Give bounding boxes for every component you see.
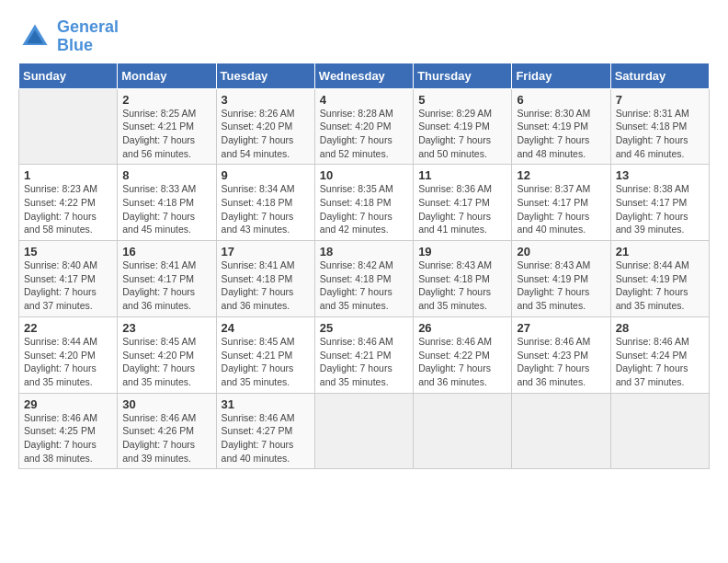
day-number: 7 (616, 93, 704, 107)
day-info: Sunrise: 8:44 AMSunset: 4:20 PMDaylight:… (24, 335, 112, 389)
day-info: Sunrise: 8:45 AMSunset: 4:21 PMDaylight:… (222, 335, 310, 389)
calendar-cell: 25Sunrise: 8:46 AMSunset: 4:21 PMDayligh… (314, 316, 413, 393)
calendar-cell: 7Sunrise: 8:31 AMSunset: 4:18 PMDaylight… (610, 88, 709, 165)
calendar-week-row: 22Sunrise: 8:44 AMSunset: 4:20 PMDayligh… (19, 316, 710, 393)
day-number: 15 (24, 245, 112, 259)
day-header-saturday: Saturday (610, 63, 709, 88)
day-info: Sunrise: 8:23 AMSunset: 4:22 PMDaylight:… (24, 182, 112, 236)
calendar-cell: 22Sunrise: 8:44 AMSunset: 4:20 PMDayligh… (19, 316, 118, 393)
day-number: 18 (320, 245, 408, 259)
day-number: 25 (320, 321, 408, 335)
day-number: 5 (418, 93, 506, 107)
calendar-week-row: 2Sunrise: 8:25 AMSunset: 4:21 PMDaylight… (19, 88, 710, 165)
day-number: 24 (222, 321, 310, 335)
day-number: 22 (24, 321, 112, 335)
calendar-cell: 28Sunrise: 8:46 AMSunset: 4:24 PMDayligh… (610, 316, 709, 393)
calendar-cell: 4Sunrise: 8:28 AMSunset: 4:20 PMDaylight… (314, 88, 413, 165)
day-info: Sunrise: 8:25 AMSunset: 4:21 PMDaylight:… (122, 107, 210, 161)
day-number: 2 (122, 93, 210, 107)
day-number: 11 (418, 168, 506, 182)
day-info: Sunrise: 8:45 AMSunset: 4:20 PMDaylight:… (122, 335, 210, 389)
day-info: Sunrise: 8:38 AMSunset: 4:17 PMDaylight:… (616, 182, 704, 236)
calendar-cell: 27Sunrise: 8:46 AMSunset: 4:23 PMDayligh… (512, 316, 610, 393)
day-header-monday: Monday (118, 63, 216, 88)
day-header-sunday: Sunday (19, 63, 118, 88)
day-info: Sunrise: 8:46 AMSunset: 4:21 PMDaylight:… (320, 335, 408, 389)
calendar-body: 2Sunrise: 8:25 AMSunset: 4:21 PMDaylight… (19, 88, 710, 469)
logo: General Blue (18, 18, 119, 55)
day-info: Sunrise: 8:41 AMSunset: 4:17 PMDaylight:… (122, 259, 210, 313)
day-info: Sunrise: 8:29 AMSunset: 4:19 PMDaylight:… (418, 107, 506, 161)
day-info: Sunrise: 8:44 AMSunset: 4:19 PMDaylight:… (616, 259, 704, 313)
day-number: 29 (24, 397, 112, 411)
calendar-week-row: 15Sunrise: 8:40 AMSunset: 4:17 PMDayligh… (19, 241, 710, 317)
calendar-cell: 12Sunrise: 8:37 AMSunset: 4:17 PMDayligh… (512, 165, 610, 241)
calendar-week-row: 1Sunrise: 8:23 AMSunset: 4:22 PMDaylight… (19, 165, 710, 241)
calendar-cell: 24Sunrise: 8:45 AMSunset: 4:21 PMDayligh… (216, 316, 314, 393)
day-info: Sunrise: 8:36 AMSunset: 4:17 PMDaylight:… (418, 182, 506, 236)
calendar-cell: 13Sunrise: 8:38 AMSunset: 4:17 PMDayligh… (610, 165, 709, 241)
day-info: Sunrise: 8:33 AMSunset: 4:18 PMDaylight:… (122, 182, 210, 236)
day-number: 13 (616, 168, 704, 182)
day-number: 6 (517, 93, 605, 107)
day-info: Sunrise: 8:40 AMSunset: 4:17 PMDaylight:… (24, 259, 112, 313)
calendar-cell: 30Sunrise: 8:46 AMSunset: 4:26 PMDayligh… (118, 393, 216, 469)
calendar-header-row: SundayMondayTuesdayWednesdayThursdayFrid… (19, 63, 710, 88)
day-number: 9 (222, 168, 310, 182)
calendar-cell: 15Sunrise: 8:40 AMSunset: 4:17 PMDayligh… (19, 241, 118, 317)
day-info: Sunrise: 8:28 AMSunset: 4:20 PMDaylight:… (320, 107, 408, 161)
day-info: Sunrise: 8:46 AMSunset: 4:26 PMDaylight:… (122, 411, 210, 465)
day-info: Sunrise: 8:34 AMSunset: 4:18 PMDaylight:… (222, 182, 310, 236)
day-info: Sunrise: 8:46 AMSunset: 4:22 PMDaylight:… (418, 335, 506, 389)
calendar-cell: 17Sunrise: 8:41 AMSunset: 4:18 PMDayligh… (216, 241, 314, 317)
day-info: Sunrise: 8:46 AMSunset: 4:23 PMDaylight:… (517, 335, 605, 389)
day-number: 30 (122, 397, 210, 411)
day-info: Sunrise: 8:43 AMSunset: 4:19 PMDaylight:… (517, 259, 605, 313)
calendar-cell: 1Sunrise: 8:23 AMSunset: 4:22 PMDaylight… (19, 165, 118, 241)
calendar-cell (19, 88, 118, 165)
day-info: Sunrise: 8:46 AMSunset: 4:25 PMDaylight:… (24, 411, 112, 465)
day-info: Sunrise: 8:37 AMSunset: 4:17 PMDaylight:… (517, 182, 605, 236)
day-number: 20 (517, 245, 605, 259)
day-number: 26 (418, 321, 506, 335)
calendar-cell: 8Sunrise: 8:33 AMSunset: 4:18 PMDaylight… (118, 165, 216, 241)
calendar-week-row: 29Sunrise: 8:46 AMSunset: 4:25 PMDayligh… (19, 393, 710, 469)
day-number: 12 (517, 168, 605, 182)
day-info: Sunrise: 8:46 AMSunset: 4:27 PMDaylight:… (222, 411, 310, 465)
calendar-cell: 23Sunrise: 8:45 AMSunset: 4:20 PMDayligh… (118, 316, 216, 393)
day-info: Sunrise: 8:43 AMSunset: 4:18 PMDaylight:… (418, 259, 506, 313)
day-info: Sunrise: 8:35 AMSunset: 4:18 PMDaylight:… (320, 182, 408, 236)
calendar-cell: 11Sunrise: 8:36 AMSunset: 4:17 PMDayligh… (414, 165, 512, 241)
day-number: 4 (320, 93, 408, 107)
day-number: 31 (222, 397, 310, 411)
day-header-friday: Friday (512, 63, 610, 88)
page-header: General Blue (18, 18, 710, 55)
calendar-cell: 31Sunrise: 8:46 AMSunset: 4:27 PMDayligh… (216, 393, 314, 469)
day-header-thursday: Thursday (414, 63, 512, 88)
day-number: 23 (122, 321, 210, 335)
calendar-cell: 5Sunrise: 8:29 AMSunset: 4:19 PMDaylight… (414, 88, 512, 165)
calendar-cell: 6Sunrise: 8:30 AMSunset: 4:19 PMDaylight… (512, 88, 610, 165)
day-number: 8 (122, 168, 210, 182)
calendar-cell: 16Sunrise: 8:41 AMSunset: 4:17 PMDayligh… (118, 241, 216, 317)
calendar-cell: 18Sunrise: 8:42 AMSunset: 4:18 PMDayligh… (314, 241, 413, 317)
day-info: Sunrise: 8:41 AMSunset: 4:18 PMDaylight:… (222, 259, 310, 313)
calendar-cell: 9Sunrise: 8:34 AMSunset: 4:18 PMDaylight… (216, 165, 314, 241)
day-number: 10 (320, 168, 408, 182)
day-number: 19 (418, 245, 506, 259)
calendar-cell: 29Sunrise: 8:46 AMSunset: 4:25 PMDayligh… (19, 393, 118, 469)
calendar-cell: 19Sunrise: 8:43 AMSunset: 4:18 PMDayligh… (414, 241, 512, 317)
day-header-wednesday: Wednesday (314, 63, 413, 88)
calendar-cell: 2Sunrise: 8:25 AMSunset: 4:21 PMDaylight… (118, 88, 216, 165)
calendar-cell: 10Sunrise: 8:35 AMSunset: 4:18 PMDayligh… (314, 165, 413, 241)
calendar-cell (314, 393, 413, 469)
calendar-cell: 3Sunrise: 8:26 AMSunset: 4:20 PMDaylight… (216, 88, 314, 165)
calendar-cell (414, 393, 512, 469)
day-info: Sunrise: 8:42 AMSunset: 4:18 PMDaylight:… (320, 259, 408, 313)
day-header-tuesday: Tuesday (216, 63, 314, 88)
day-number: 3 (222, 93, 310, 107)
day-info: Sunrise: 8:30 AMSunset: 4:19 PMDaylight:… (517, 107, 605, 161)
day-number: 27 (517, 321, 605, 335)
day-info: Sunrise: 8:26 AMSunset: 4:20 PMDaylight:… (222, 107, 310, 161)
day-info: Sunrise: 8:31 AMSunset: 4:18 PMDaylight:… (616, 107, 704, 161)
